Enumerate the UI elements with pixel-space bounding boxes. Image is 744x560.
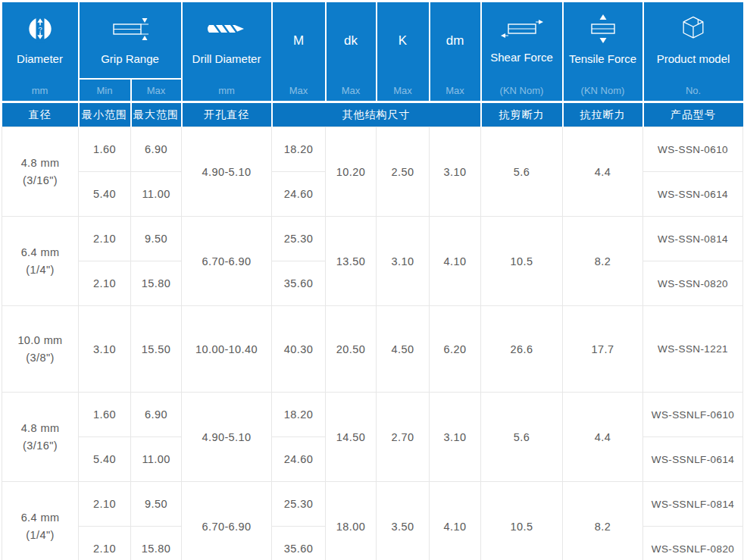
cell-dm: 6.20 bbox=[430, 306, 481, 393]
cell-m: 35.60 bbox=[272, 261, 326, 306]
header-dk-sub: Max bbox=[326, 79, 377, 102]
cell-m: 18.20 bbox=[272, 127, 326, 172]
cell-model: WS-SSN-1221 bbox=[643, 306, 743, 393]
cell-k: 2.70 bbox=[377, 393, 430, 482]
header-shear-force: Shear Force bbox=[481, 2, 563, 79]
header-grip-range-label: Grip Range bbox=[101, 53, 159, 64]
cell-tensile: 4.4 bbox=[563, 127, 643, 217]
cell-diameter: 4.8 mm (3/16") bbox=[2, 393, 79, 482]
header-grip-range: Grip Range bbox=[79, 2, 182, 79]
cell-m: 24.60 bbox=[272, 172, 326, 217]
cell-grip-min: 2.10 bbox=[79, 261, 131, 306]
cell-model: WS-SSNLF-0820 bbox=[643, 527, 743, 560]
header-tensile-force: Tensile Force bbox=[563, 2, 643, 79]
cell-tensile: 4.4 bbox=[563, 393, 643, 482]
table-row: 4.8 mm (3/16") 1.60 6.90 4.90-5.10 18.20… bbox=[2, 127, 743, 172]
product-box-icon bbox=[677, 12, 710, 45]
cell-tensile: 8.2 bbox=[563, 217, 643, 306]
header-row-chinese: 直径 最小范围 最大范围 开孔直径 其他结构尺寸 抗剪断力 抗拉断力 产品型号 bbox=[2, 102, 743, 127]
cell-grip-max: 15.50 bbox=[131, 306, 182, 393]
rivet-spec-table: ? Diameter bbox=[2, 2, 743, 560]
cell-model: WS-SSNLF-0814 bbox=[643, 482, 743, 527]
header-dk: dk bbox=[326, 2, 377, 79]
tensile-force-icon bbox=[582, 12, 624, 45]
drill-bit-icon bbox=[204, 12, 249, 45]
header-tensile-sub: (KN Nom) bbox=[563, 79, 643, 102]
cell-k: 4.50 bbox=[377, 306, 430, 393]
cell-grip-min: 5.40 bbox=[79, 172, 131, 217]
table-row: 4.8 mm (3/16") 1.60 6.90 4.90-5.10 18.20… bbox=[2, 393, 743, 437]
cell-drill: 6.70-6.90 bbox=[182, 217, 272, 306]
header-m: M bbox=[272, 2, 326, 79]
header-drill-diameter: Drill Diameter bbox=[182, 2, 272, 79]
cell-dm: 3.10 bbox=[430, 127, 481, 217]
header-m-label: M bbox=[293, 33, 304, 48]
cell-m: 25.30 bbox=[272, 482, 326, 527]
cell-grip-min: 2.10 bbox=[79, 527, 131, 560]
header-grip-min: Min bbox=[79, 79, 131, 102]
cell-tensile: 17.7 bbox=[563, 306, 643, 393]
header-cn-other-dims: 其他结构尺寸 bbox=[272, 102, 481, 127]
cell-m: 35.60 bbox=[272, 527, 326, 560]
cell-tensile: 8.2 bbox=[563, 482, 643, 560]
header-diameter: ? Diameter bbox=[2, 2, 79, 79]
cell-grip-min: 5.40 bbox=[79, 437, 131, 482]
header-dm-label: dm bbox=[446, 33, 464, 48]
cell-grip-max: 11.00 bbox=[131, 437, 182, 482]
cell-grip-max: 11.00 bbox=[131, 172, 182, 217]
cell-model: WS-SSN-0814 bbox=[643, 217, 743, 261]
cell-grip-min: 2.10 bbox=[79, 217, 131, 261]
cell-dk: 18.00 bbox=[326, 482, 377, 560]
table-row: 10.0 mm (3/8") 3.10 15.50 10.00-10.40 40… bbox=[2, 306, 743, 393]
cell-drill: 10.00-10.40 bbox=[182, 306, 272, 393]
cell-shear: 10.5 bbox=[481, 482, 563, 560]
cell-dk: 10.20 bbox=[326, 127, 377, 217]
header-k-label: K bbox=[399, 33, 407, 48]
svg-text:?: ? bbox=[38, 26, 42, 33]
diameter-icon: ? bbox=[23, 12, 57, 45]
cell-model: WS-SSNLF-0610 bbox=[643, 393, 743, 437]
cell-grip-max: 9.50 bbox=[131, 482, 182, 527]
header-drill-diameter-label: Drill Diameter bbox=[192, 53, 261, 64]
header-tensile-force-label: Tensile Force bbox=[569, 53, 636, 64]
cell-diameter: 6.4 mm (1/4") bbox=[2, 217, 79, 306]
cell-shear: 5.6 bbox=[481, 393, 563, 482]
cell-dk: 20.50 bbox=[326, 306, 377, 393]
cell-model: WS-SSN-0614 bbox=[643, 172, 743, 217]
cell-diameter: 6.4 mm (1/4") bbox=[2, 482, 79, 560]
spec-table-container: ? Diameter bbox=[2, 2, 742, 560]
cell-dm: 4.10 bbox=[430, 482, 481, 560]
cell-shear: 5.6 bbox=[481, 127, 563, 217]
header-dm-sub: Max bbox=[430, 79, 481, 102]
header-diameter-unit: mm bbox=[2, 79, 79, 102]
cell-shear: 26.6 bbox=[481, 306, 563, 393]
cell-dm: 3.10 bbox=[430, 393, 481, 482]
header-k: K bbox=[377, 2, 430, 79]
header-drill-unit: mm bbox=[182, 79, 272, 102]
header-m-sub: Max bbox=[272, 79, 326, 102]
cell-dk: 13.50 bbox=[326, 217, 377, 306]
header-shear-force-label: Shear Force bbox=[490, 52, 553, 63]
cell-m: 25.30 bbox=[272, 217, 326, 261]
cell-model: WS-SSNLF-0614 bbox=[643, 437, 743, 482]
header-product-model: Product model bbox=[643, 2, 743, 79]
grip-range-icon bbox=[109, 12, 152, 45]
cell-grip-min: 1.60 bbox=[79, 393, 131, 437]
table-row: 6.4 mm (1/4") 2.10 9.50 6.70-6.90 25.30 … bbox=[2, 482, 743, 527]
cell-model: WS-SSN-0610 bbox=[643, 127, 743, 172]
cell-grip-min: 2.10 bbox=[79, 482, 131, 527]
header-product-model-label: Product model bbox=[657, 53, 730, 64]
header-diameter-label: Diameter bbox=[17, 53, 63, 64]
cell-k: 3.10 bbox=[377, 217, 430, 306]
shear-force-icon bbox=[501, 14, 543, 44]
header-k-sub: Max bbox=[377, 79, 430, 102]
header-cn-drill: 开孔直径 bbox=[182, 102, 272, 127]
cell-m: 24.60 bbox=[272, 437, 326, 482]
cell-m: 18.20 bbox=[272, 393, 326, 437]
cell-grip-max: 6.90 bbox=[131, 127, 182, 172]
cell-drill: 4.90-5.10 bbox=[182, 127, 272, 217]
cell-grip-min: 1.60 bbox=[79, 127, 131, 172]
header-cn-tensile: 抗拉断力 bbox=[563, 102, 643, 127]
cell-m: 40.30 bbox=[272, 306, 326, 393]
header-dk-label: dk bbox=[344, 33, 358, 48]
